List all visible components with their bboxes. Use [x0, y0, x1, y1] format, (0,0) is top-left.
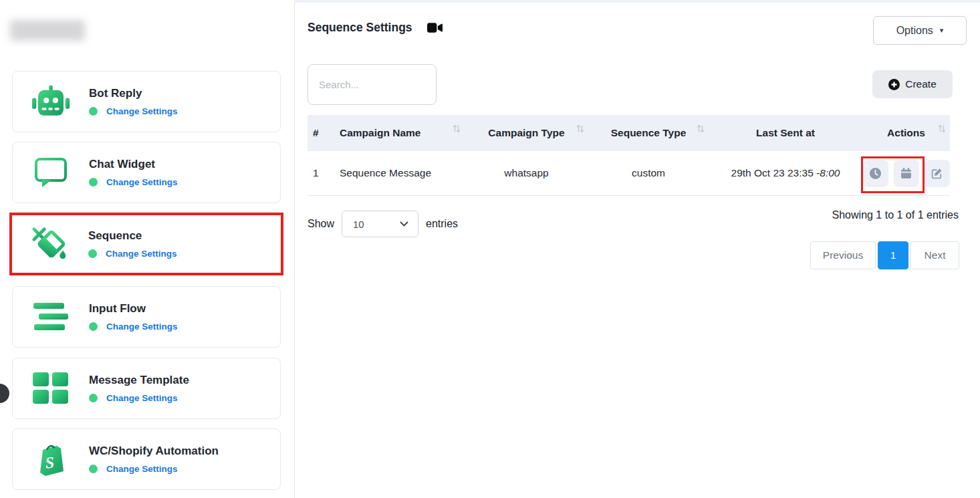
entries-label: entries — [426, 218, 458, 230]
plus-circle-icon — [888, 79, 900, 90]
options-button[interactable]: Options ▾ — [873, 16, 967, 45]
page-title: Sequence Settings — [308, 21, 412, 35]
status-dot — [89, 178, 98, 186]
sidebar: Bot Reply Change Settings Chat Widget Ch… — [0, 0, 294, 498]
create-label: Create — [905, 78, 937, 90]
change-settings-link[interactable]: Change Settings — [106, 177, 178, 187]
actions-cell — [862, 160, 950, 187]
sort-icon[interactable] — [453, 124, 461, 136]
col-index: # — [308, 115, 334, 151]
page-size-value: 10 — [353, 219, 364, 230]
create-button[interactable]: Create — [872, 70, 953, 98]
sort-icon[interactable] — [697, 124, 705, 136]
status-dot — [89, 107, 98, 116]
options-label: Options — [896, 25, 933, 37]
last-sent-timezone: -8:00 — [816, 167, 840, 178]
sort-icon[interactable] — [938, 124, 946, 136]
sidebar-item-wc-shopify[interactable]: S WC/Shopify Automation Change Settings — [12, 428, 281, 490]
schedule-clock-button[interactable] — [863, 160, 888, 187]
campaign-type-cell: whatsapp — [465, 167, 588, 179]
change-settings-link[interactable]: Change Settings — [106, 393, 178, 403]
current-page-button[interactable]: 1 — [878, 241, 908, 269]
status-dot — [89, 394, 98, 402]
row-index: 1 — [308, 167, 334, 179]
change-settings-link[interactable]: Change Settings — [106, 322, 178, 332]
entries-bar: Show 10 entries — [308, 211, 458, 237]
sidebar-item-label: Sequence — [88, 229, 177, 243]
sidebar-item-label: Bot Reply — [89, 87, 178, 100]
change-settings-link[interactable]: Change Settings — [106, 106, 178, 116]
grid-squares-icon — [30, 369, 72, 408]
calendar-button[interactable] — [894, 160, 919, 187]
sidebar-item-label: Message Template — [89, 374, 189, 387]
sidebar-item-label: Input Flow — [89, 302, 178, 316]
sequence-highlight-box: Sequence Change Settings — [9, 213, 283, 275]
sidebar-divider — [294, 3, 295, 498]
pagination: Previous 1 Next — [810, 241, 959, 269]
sidebar-item-label: WC/Shopify Automation — [89, 445, 219, 458]
sidebar-item-message-template[interactable]: Message Template Change Settings — [12, 358, 281, 419]
showing-entries-text: Showing 1 to 1 of 1 entries — [832, 209, 959, 221]
sequence-type-cell: custom — [588, 167, 709, 179]
sidebar-item-chat-widget[interactable]: Chat Widget Change Settings — [12, 142, 281, 203]
change-settings-link[interactable]: Change Settings — [106, 249, 177, 259]
sidebar-item-label: Chat Widget — [89, 158, 178, 171]
status-dot — [88, 249, 97, 258]
blurred-logo — [10, 20, 85, 41]
edit-button[interactable] — [925, 160, 950, 187]
previous-page-button[interactable]: Previous — [810, 241, 876, 269]
sidebar-item-input-flow[interactable]: Input Flow Change Settings — [12, 286, 281, 348]
chevron-down-icon — [400, 221, 408, 227]
svg-text:S: S — [44, 453, 55, 471]
chat-bubble-icon — [30, 153, 72, 192]
shopify-bag-icon: S — [30, 440, 72, 479]
next-page-button[interactable]: Next — [910, 241, 959, 269]
page-size-select[interactable]: 10 — [342, 211, 418, 237]
col-last-sent-at: Last Sent at — [709, 115, 862, 151]
list-bars-icon — [30, 297, 72, 336]
sidebar-item-bot-reply[interactable]: Bot Reply Change Settings — [12, 71, 281, 132]
col-campaign-name[interactable]: Campaign Name — [334, 115, 465, 151]
sequence-table: # Campaign Name Campaign Type Sequence T… — [308, 115, 950, 196]
video-camera-icon[interactable] — [427, 22, 443, 33]
table-row: 1 Sequence Message whatsapp custom 29th … — [308, 151, 950, 196]
sort-icon[interactable] — [576, 124, 584, 136]
col-sequence-type[interactable]: Sequence Type — [588, 115, 709, 151]
caret-down-icon: ▾ — [940, 26, 944, 35]
search-input[interactable] — [308, 64, 437, 105]
show-label: Show — [308, 218, 334, 230]
col-actions[interactable]: Actions — [862, 115, 950, 151]
last-sent-at-cell: 29th Oct 23 23:35 -8:00 — [709, 167, 862, 179]
change-settings-link[interactable]: Change Settings — [106, 464, 178, 474]
robot-icon — [30, 82, 72, 121]
table-header-row: # Campaign Name Campaign Type Sequence T… — [308, 115, 950, 151]
campaign-name-cell: Sequence Message — [334, 167, 465, 179]
status-dot — [89, 322, 98, 331]
floating-widget-peek[interactable] — [0, 384, 9, 403]
last-sent-date: 29th Oct 23 23:35 — [731, 167, 817, 178]
status-dot — [89, 465, 98, 473]
paint-bucket-icon — [29, 225, 71, 263]
col-campaign-type[interactable]: Campaign Type — [465, 115, 588, 151]
sidebar-item-sequence[interactable]: Sequence Change Settings — [12, 215, 281, 273]
